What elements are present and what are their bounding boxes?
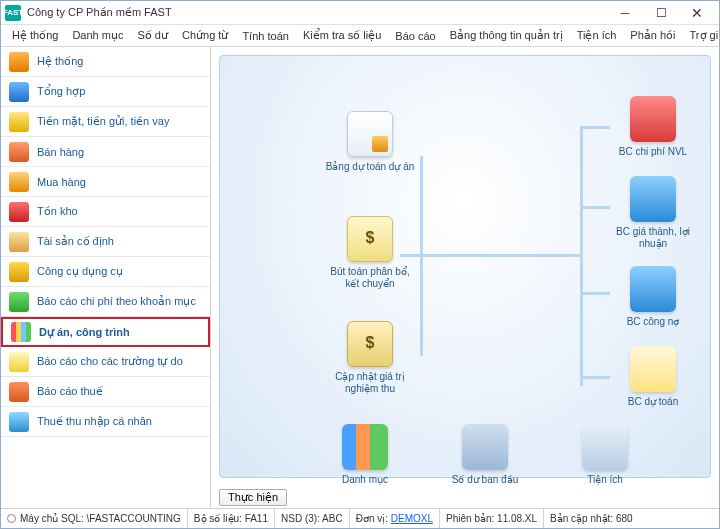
flow-canvas: Bảng dự toán dự án Bút toán phân bổ, kết… bbox=[219, 55, 711, 478]
tile-bc-cong-no[interactable]: BC công nợ bbox=[608, 266, 698, 328]
status-unit: Đơn vị: DEMOXL bbox=[350, 509, 440, 528]
tile-label: Bảng dự toán dự án bbox=[325, 161, 415, 173]
tile-danh-muc[interactable]: Danh mục bbox=[315, 424, 415, 486]
menu-kiem-tra[interactable]: Kiểm tra số liệu bbox=[296, 29, 388, 42]
sidebar-item-tong-hop[interactable]: Tổng hợp bbox=[1, 77, 210, 107]
sidebar-item-label: Báo cáo cho các trường tự do bbox=[37, 355, 183, 368]
minimize-button[interactable]: ─ bbox=[607, 2, 643, 24]
tile-but-toan[interactable]: Bút toán phân bổ, kết chuyển bbox=[325, 216, 415, 290]
menu-tien-ich[interactable]: Tiện ích bbox=[570, 29, 624, 42]
sidebar-item-du-an[interactable]: Dự án, công trình bbox=[1, 317, 210, 347]
report-red-icon bbox=[630, 96, 676, 142]
sidebar-item-label: Tồn kho bbox=[37, 205, 78, 218]
sidebar-item-bc-truong-tu-do[interactable]: Báo cáo cho các trường tự do bbox=[1, 347, 210, 377]
asset-icon bbox=[9, 232, 29, 252]
sidebar-item-bc-thue[interactable]: Báo cáo thuế bbox=[1, 377, 210, 407]
sidebar-item-thue-tncn[interactable]: Thuế thu nhập cá nhân bbox=[1, 407, 210, 437]
sidebar-item-label: Tiền mặt, tiền gửi, tiền vay bbox=[37, 115, 169, 128]
sidebar-item-tai-san[interactable]: Tài sản cố định bbox=[1, 227, 210, 257]
menu-danh-muc[interactable]: Danh mục bbox=[65, 29, 130, 42]
menubar: Hệ thống Danh mục Số dư Chứng từ Tính to… bbox=[1, 25, 719, 47]
tile-tien-ich[interactable]: Tiện ích bbox=[555, 424, 655, 486]
sidebar-item-cong-cu[interactable]: Công cụ dụng cụ bbox=[1, 257, 210, 287]
menu-bao-cao[interactable]: Báo cáo bbox=[388, 30, 442, 42]
tile-so-du-ban-dau[interactable]: Số dư ban đầu bbox=[435, 424, 535, 486]
tile-label: BC dự toán bbox=[608, 396, 698, 408]
menu-chung-tu[interactable]: Chứng từ bbox=[175, 29, 235, 42]
status-host-label: Máy chủ SQL: \FASTACCOUNTING bbox=[20, 513, 181, 524]
flow-connector bbox=[400, 254, 580, 257]
sidebar-item-label: Công cụ dụng cụ bbox=[37, 265, 123, 278]
tool-icon bbox=[9, 262, 29, 282]
toolbox-icon bbox=[582, 424, 628, 470]
project-icon bbox=[11, 322, 31, 342]
ledger-icon bbox=[347, 216, 393, 262]
workspace: Bảng dự toán dự án Bút toán phân bổ, kết… bbox=[211, 47, 719, 508]
sidebar-item-he-thong[interactable]: Hệ thống bbox=[1, 47, 210, 77]
tile-bang-du-toan[interactable]: Bảng dự toán dự án bbox=[325, 111, 415, 173]
tile-cap-nhat[interactable]: Cập nhật giá trị nghiệm thu bbox=[325, 321, 415, 395]
sidebar-item-label: Báo cáo thuế bbox=[37, 385, 103, 398]
flow-connector bbox=[580, 126, 610, 129]
sidebar-item-label: Hệ thống bbox=[37, 55, 83, 68]
tile-bc-chi-phi-nvl[interactable]: BC chi phí NVL bbox=[608, 96, 698, 158]
menu-tinh-toan[interactable]: Tính toán bbox=[235, 30, 295, 42]
status-host: Máy chủ SQL: \FASTACCOUNTING bbox=[1, 509, 188, 528]
menu-tro-giup[interactable]: Trợ giúp bbox=[683, 29, 720, 42]
bulb-icon bbox=[9, 352, 29, 372]
sidebar-item-label: Tài sản cố định bbox=[37, 235, 114, 248]
flow-connector bbox=[580, 292, 610, 295]
menu-so-du[interactable]: Số dư bbox=[130, 29, 175, 42]
execute-button[interactable]: Thực hiện bbox=[219, 489, 287, 506]
tile-label: Bút toán phân bổ, kết chuyển bbox=[325, 266, 415, 290]
menu-he-thong[interactable]: Hệ thống bbox=[5, 29, 65, 42]
close-button[interactable]: ✕ bbox=[679, 2, 715, 24]
report-blue-icon bbox=[630, 176, 676, 222]
menu-phan-hoi[interactable]: Phản hồi bbox=[623, 29, 682, 42]
tile-label: Số dư ban đầu bbox=[435, 474, 535, 486]
tax-icon bbox=[9, 382, 29, 402]
income-icon bbox=[9, 412, 29, 432]
tile-label: BC công nợ bbox=[608, 316, 698, 328]
status-user: NSD (3): ABC bbox=[275, 509, 350, 528]
sidebar-item-bc-chi-phi[interactable]: Báo cáo chi phí theo khoản mục bbox=[1, 287, 210, 317]
sidebar: Hệ thống Tổng hợp Tiền mặt, tiền gửi, ti… bbox=[1, 47, 211, 508]
report-note-icon bbox=[630, 346, 676, 392]
titlebar: FAST Công ty CP Phần mềm FAST ─ ☐ ✕ bbox=[1, 1, 719, 25]
tile-bc-du-toan[interactable]: BC dự toán bbox=[608, 346, 698, 408]
tile-label: BC giá thành, lợi nhuận bbox=[608, 226, 698, 250]
flow-connector bbox=[580, 206, 610, 209]
tile-label: Danh mục bbox=[315, 474, 415, 486]
sidebar-item-mua-hang[interactable]: Mua hàng bbox=[1, 167, 210, 197]
tile-label: Tiện ích bbox=[555, 474, 655, 486]
box-icon bbox=[9, 172, 29, 192]
document-icon bbox=[347, 111, 393, 157]
status-unit-label: Đơn vị: bbox=[356, 513, 388, 524]
sidebar-item-label: Mua hàng bbox=[37, 176, 86, 188]
sidebar-item-label: Tổng hợp bbox=[37, 85, 85, 98]
sidebar-item-ban-hang[interactable]: Bán hàng bbox=[1, 137, 210, 167]
tile-label: BC chi phí NVL bbox=[608, 146, 698, 158]
status-update: Bản cập nhật: 680 bbox=[544, 509, 639, 528]
balance-icon bbox=[462, 424, 508, 470]
cart-icon bbox=[9, 142, 29, 162]
sidebar-item-tien-mat[interactable]: Tiền mặt, tiền gửi, tiền vay bbox=[1, 107, 210, 137]
catalog-icon bbox=[342, 424, 388, 470]
sidebar-item-ton-kho[interactable]: Tồn kho bbox=[1, 197, 210, 227]
window-title: Công ty CP Phần mềm FAST bbox=[27, 6, 607, 19]
maximize-button[interactable]: ☐ bbox=[643, 2, 679, 24]
flow-connector bbox=[580, 126, 583, 386]
flow-connector bbox=[580, 376, 610, 379]
bars-icon bbox=[9, 82, 29, 102]
report-debt-icon bbox=[630, 266, 676, 312]
status-dataset: Bộ số liệu: FA11 bbox=[188, 509, 275, 528]
sidebar-item-label: Báo cáo chi phí theo khoản mục bbox=[37, 295, 196, 308]
sidebar-item-label: Thuế thu nhập cá nhân bbox=[37, 415, 152, 428]
status-unit-link[interactable]: DEMOXL bbox=[391, 513, 433, 524]
execute-bar: Thực hiện bbox=[211, 486, 719, 508]
book-icon bbox=[9, 202, 29, 222]
sidebar-item-label: Bán hàng bbox=[37, 146, 84, 158]
tile-bc-gia-thanh[interactable]: BC giá thành, lợi nhuận bbox=[608, 176, 698, 250]
statusbar: Máy chủ SQL: \FASTACCOUNTING Bộ số liệu:… bbox=[1, 508, 719, 528]
menu-bang-thong-tin[interactable]: Bảng thông tin quản trị bbox=[443, 29, 570, 42]
